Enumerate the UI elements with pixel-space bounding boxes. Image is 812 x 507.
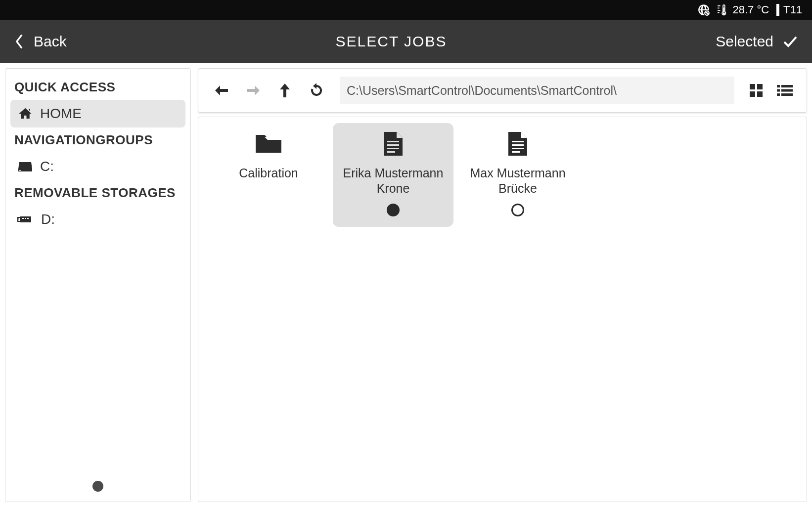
svg-rect-26 [781, 93, 793, 96]
page-indicator-dot [92, 481, 103, 492]
usb-icon [17, 215, 34, 224]
file-label: Calibration [235, 166, 302, 181]
arrow-right-icon [245, 84, 262, 97]
globe-status [697, 3, 710, 16]
svg-rect-25 [777, 93, 780, 96]
svg-rect-3 [718, 10, 721, 11]
svg-rect-15 [25, 218, 26, 219]
svg-rect-30 [387, 151, 395, 153]
svg-rect-10 [17, 217, 20, 221]
svg-rect-1 [718, 5, 721, 6]
quick-access-header: QUICK ACCESS [10, 75, 185, 100]
document-icon [507, 130, 528, 158]
thermometer-icon [718, 3, 728, 16]
svg-rect-19 [750, 91, 755, 97]
view-grid-button[interactable] [743, 78, 769, 103]
svg-rect-16 [27, 218, 29, 219]
path-input[interactable]: C:\Users\SmartControl\Documents\SmartCon… [340, 77, 734, 104]
file-item-max[interactable]: Max Mustermann Brücke [457, 123, 578, 227]
sidebar-item-home[interactable]: HOME [10, 100, 185, 127]
drive-icon [17, 160, 33, 173]
document-icon [383, 130, 404, 158]
nav-up-button[interactable] [271, 76, 299, 105]
svg-rect-27 [387, 141, 399, 142]
title-bar: Back SELECT JOBS Selected [0, 20, 812, 63]
file-item-calibration[interactable]: Calibration [208, 123, 329, 227]
selected-label: Selected [716, 33, 773, 50]
sidebar: QUICK ACCESS HOME NAVIGATIONGROUPS C: RE… [5, 68, 191, 502]
svg-rect-31 [512, 141, 524, 142]
nav-forward-button[interactable] [239, 76, 268, 105]
path-text: C:\Users\SmartControl\Documents\SmartCon… [347, 84, 617, 98]
file-label: Max Mustermann Brücke [457, 166, 578, 197]
svg-rect-33 [512, 148, 524, 149]
svg-rect-23 [777, 89, 780, 92]
temperature-status: 28.7 °C [718, 3, 769, 16]
svg-rect-21 [777, 85, 780, 87]
folder-icon [255, 130, 282, 158]
selected-button[interactable]: Selected [716, 33, 798, 50]
bar-icon [776, 4, 779, 16]
svg-rect-4 [718, 12, 720, 13]
svg-rect-20 [757, 91, 763, 97]
svg-rect-22 [781, 85, 793, 87]
selection-radio[interactable] [387, 204, 400, 216]
nav-refresh-button[interactable] [302, 76, 331, 105]
toolbar: C:\Users\SmartControl\Documents\SmartCon… [198, 68, 807, 113]
home-icon [17, 106, 33, 121]
svg-rect-24 [781, 89, 793, 92]
status-bar: 28.7 °C T11 [0, 0, 812, 20]
navigationgroups-header: NAVIGATIONGROUPS [10, 127, 185, 153]
file-label: Erika Mustermann Krone [333, 166, 453, 197]
page-title: SELECT JOBS [336, 33, 447, 50]
back-label: Back [34, 33, 67, 50]
svg-rect-13 [20, 216, 31, 222]
selection-radio[interactable] [511, 204, 524, 216]
svg-rect-9 [19, 170, 21, 171]
svg-rect-29 [387, 148, 399, 149]
content-area: C:\Users\SmartControl\Documents\SmartCon… [198, 68, 807, 502]
t-status: T11 [776, 3, 802, 16]
svg-rect-28 [387, 144, 399, 146]
svg-rect-2 [718, 7, 720, 8]
svg-rect-12 [18, 220, 19, 221]
file-item-erika[interactable]: Erika Mustermann Krone [333, 123, 453, 227]
sidebar-item-label: D: [41, 211, 55, 227]
back-button[interactable]: Back [14, 33, 67, 50]
svg-rect-18 [757, 84, 763, 89]
main-area: QUICK ACCESS HOME NAVIGATIONGROUPS C: RE… [0, 63, 812, 507]
sidebar-item-label: HOME [40, 106, 82, 122]
sidebar-item-label: C: [40, 159, 54, 174]
arrow-up-icon [278, 83, 291, 98]
svg-rect-34 [512, 151, 520, 153]
check-icon [782, 35, 798, 48]
svg-rect-6 [724, 7, 724, 13]
sidebar-item-drive-d[interactable]: D: [10, 206, 185, 233]
chevron-left-icon [14, 33, 25, 50]
refresh-icon [309, 83, 324, 98]
files-panel: Calibration Erika Mustermann Krone Max M… [198, 117, 807, 502]
globe-icon [697, 3, 710, 16]
svg-rect-11 [18, 218, 19, 219]
svg-rect-14 [22, 218, 24, 219]
svg-rect-32 [512, 144, 524, 146]
list-icon [777, 84, 793, 97]
svg-rect-17 [750, 84, 755, 89]
view-list-button[interactable] [772, 78, 798, 103]
svg-rect-7 [776, 4, 779, 16]
nav-back-button[interactable] [207, 76, 236, 105]
grid-icon [749, 83, 764, 98]
arrow-left-icon [213, 84, 230, 97]
t-label: T11 [783, 3, 802, 16]
temperature-value: 28.7 °C [732, 3, 769, 16]
sidebar-item-drive-c[interactable]: C: [10, 153, 185, 180]
removable-storages-header: REMOVABLE STORAGES [10, 180, 185, 206]
